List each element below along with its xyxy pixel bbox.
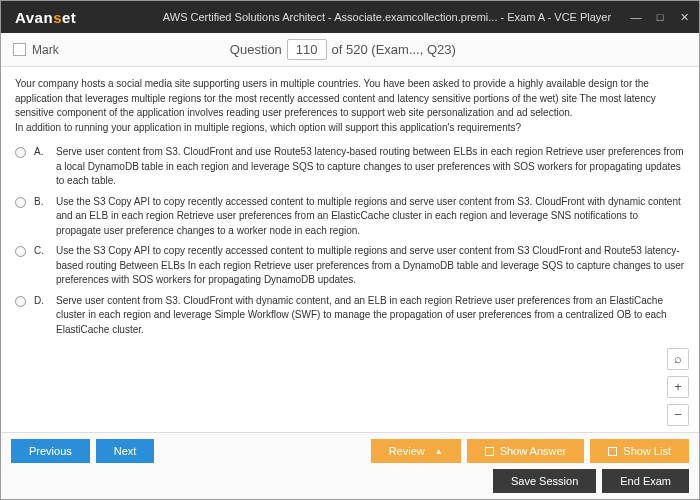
end-exam-button[interactable]: End Exam xyxy=(602,469,689,493)
footer: Previous Next Review ▲ Show Answer Show … xyxy=(1,432,699,499)
app-window: Avanset AWS Certified Solutions Architec… xyxy=(0,0,700,500)
radio-icon[interactable] xyxy=(15,296,26,307)
mark-label: Mark xyxy=(32,43,59,57)
option-text: Use the S3 Copy API to copy recently acc… xyxy=(56,195,685,239)
option-label: B. xyxy=(34,195,48,210)
option-b[interactable]: B. Use the S3 Copy API to copy recently … xyxy=(15,195,685,239)
radio-icon[interactable] xyxy=(15,246,26,257)
next-button[interactable]: Next xyxy=(96,439,155,463)
titlebar: Avanset AWS Certified Solutions Architec… xyxy=(1,1,699,33)
options-list: A. Serve user content from S3. CloudFron… xyxy=(15,145,685,337)
content-area: Your company hosts a social media site s… xyxy=(1,67,699,432)
radio-icon[interactable] xyxy=(15,197,26,208)
footer-row-2: Save Session End Exam xyxy=(11,469,689,493)
option-label: A. xyxy=(34,145,48,160)
question-counter: Question 110 of 520 (Exam..., Q23) xyxy=(59,39,627,60)
square-icon xyxy=(608,447,617,456)
review-button[interactable]: Review ▲ xyxy=(371,439,461,463)
question-header: Mark Question 110 of 520 (Exam..., Q23) xyxy=(1,33,699,67)
option-a[interactable]: A. Serve user content from S3. CloudFron… xyxy=(15,145,685,189)
chevron-up-icon: ▲ xyxy=(435,447,443,456)
maximize-icon[interactable]: □ xyxy=(651,9,669,25)
show-answer-label: Show Answer xyxy=(500,445,567,457)
option-text: Serve user content from S3. CloudFront w… xyxy=(56,294,685,338)
mark-checkbox-icon[interactable] xyxy=(13,43,26,56)
window-title: AWS Certified Solutions Architect - Asso… xyxy=(147,11,627,23)
zoom-out-icon[interactable]: − xyxy=(667,404,689,426)
show-list-button[interactable]: Show List xyxy=(590,439,689,463)
logo-text-accent: s xyxy=(53,9,62,26)
review-label: Review xyxy=(389,445,425,457)
zoom-controls: ⌕ + − xyxy=(667,348,689,426)
zoom-in-icon[interactable]: + xyxy=(667,376,689,398)
close-icon[interactable]: ✕ xyxy=(675,9,693,25)
search-icon[interactable]: ⌕ xyxy=(667,348,689,370)
save-session-button[interactable]: Save Session xyxy=(493,469,596,493)
footer-row-1: Previous Next Review ▲ Show Answer Show … xyxy=(11,439,689,463)
window-controls: — □ ✕ xyxy=(627,9,693,25)
show-list-label: Show List xyxy=(623,445,671,457)
show-answer-button[interactable]: Show Answer xyxy=(467,439,585,463)
option-label: C. xyxy=(34,244,48,259)
previous-button[interactable]: Previous xyxy=(11,439,90,463)
logo-text-pre: Avan xyxy=(15,9,53,26)
logo-text-post: et xyxy=(62,9,76,26)
question-label: Question xyxy=(230,42,282,57)
radio-icon[interactable] xyxy=(15,147,26,158)
question-number: 110 xyxy=(287,39,327,60)
mark-toggle[interactable]: Mark xyxy=(13,43,59,57)
question-text: Your company hosts a social media site s… xyxy=(15,77,685,135)
question-paragraph-1: Your company hosts a social media site s… xyxy=(15,77,685,121)
minimize-icon[interactable]: — xyxy=(627,9,645,25)
option-label: D. xyxy=(34,294,48,309)
question-paragraph-2: In addition to running your application … xyxy=(15,121,685,136)
option-c[interactable]: C. Use the S3 Copy API to copy recently … xyxy=(15,244,685,288)
option-text: Serve user content from S3. CloudFront a… xyxy=(56,145,685,189)
square-icon xyxy=(485,447,494,456)
question-total: of 520 (Exam..., Q23) xyxy=(332,42,456,57)
option-d[interactable]: D. Serve user content from S3. CloudFron… xyxy=(15,294,685,338)
option-text: Use the S3 Copy API to copy recently acc… xyxy=(56,244,685,288)
app-logo: Avanset xyxy=(7,9,147,26)
